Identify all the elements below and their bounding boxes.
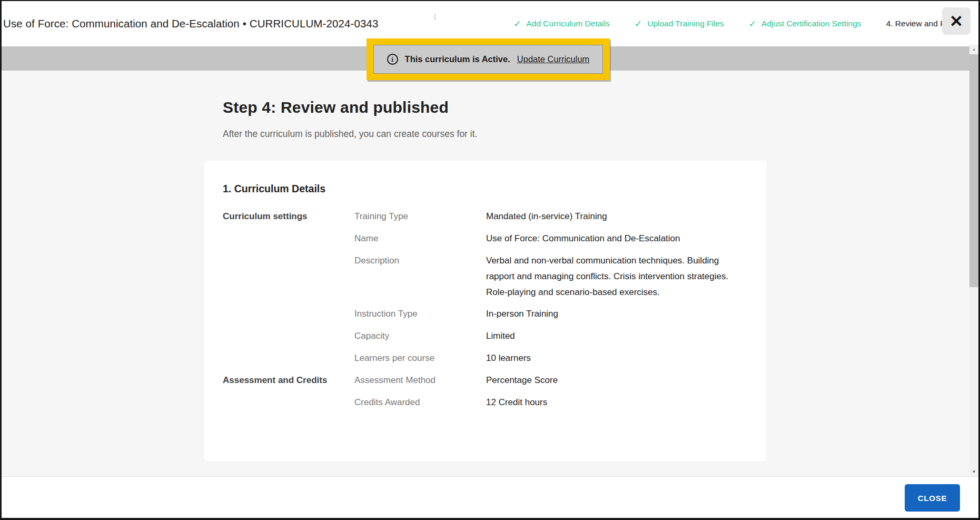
- row-value: 10 learners: [486, 353, 734, 363]
- check-icon: ✓: [635, 18, 642, 30]
- step-label: Add Curriculum Details: [526, 19, 610, 28]
- row-group-label: [223, 331, 354, 341]
- step-label: Upload Training Files: [647, 19, 724, 28]
- section-title: 1. Curriculum Details: [223, 183, 767, 195]
- stepper-nav: ✓ Add Curriculum Details ✓ Upload Traini…: [513, 18, 978, 30]
- row-group-label: [223, 256, 354, 300]
- scroll-down-icon[interactable]: ▼: [969, 467, 978, 476]
- curriculum-review-modal: Use of Force: Communication and De-Escal…: [0, 0, 980, 520]
- row-value: Percentage Score: [486, 375, 734, 385]
- row-label: Assessment Method: [354, 375, 486, 385]
- page-title: Step 4: Review and published: [223, 99, 449, 116]
- detail-row: Assessment and Credits Assessment Method…: [223, 375, 767, 385]
- row-label: Credits Awarded: [354, 397, 486, 407]
- row-label: Capacity: [354, 331, 486, 341]
- row-label: Description: [354, 256, 486, 300]
- highlight-annotation-box: i This curriculum is Active. Update Curr…: [367, 38, 610, 80]
- detail-row: Instruction Type In-person Training: [223, 309, 767, 319]
- scroll-up-icon[interactable]: ▲: [969, 45, 978, 54]
- check-icon: ✓: [749, 18, 756, 30]
- row-group-label: [223, 309, 354, 319]
- row-group-label: [223, 397, 354, 407]
- check-icon: ✓: [513, 18, 521, 30]
- step-upload-training-files[interactable]: ✓ Upload Training Files: [635, 18, 724, 30]
- info-icon: i: [387, 54, 398, 65]
- detail-row: Curriculum settings Training Type Mandat…: [223, 211, 767, 221]
- detail-row: Capacity Limited: [223, 331, 767, 341]
- step-adjust-certification-settings[interactable]: ✓ Adjust Certification Settings: [749, 18, 862, 30]
- row-group-label: [223, 233, 354, 243]
- row-group-label: [223, 353, 354, 363]
- row-value: In-person Training: [486, 309, 734, 319]
- modal-title: Use of Force: Communication and De-Escal…: [2, 17, 378, 30]
- row-label: Name: [354, 233, 486, 243]
- row-group-label: Assessment and Credits: [223, 375, 354, 385]
- row-value: Limited: [486, 331, 734, 341]
- row-label: Learners per course: [354, 353, 486, 363]
- step-label: Adjust Certification Settings: [761, 19, 862, 28]
- detail-row: Description Verbal and non-verbal commun…: [223, 256, 767, 300]
- detail-row: Name Use of Force: Communication and De-…: [223, 233, 767, 243]
- detail-row: Learners per course 10 learners: [223, 353, 767, 363]
- row-group-label: Curriculum settings: [223, 211, 354, 221]
- row-value: Use of Force: Communication and De-Escal…: [486, 233, 734, 243]
- curriculum-details-card: 1. Curriculum Details Curriculum setting…: [204, 161, 767, 462]
- page-subtitle: After the curriculum is published, you c…: [223, 129, 477, 140]
- scrollbar-thumb[interactable]: [969, 54, 978, 287]
- modal-footer: CLOSE: [2, 476, 978, 518]
- modal-body: Step 4: Review and published After the c…: [2, 71, 969, 476]
- row-value: 12 Credit hours: [486, 397, 734, 407]
- vertical-scrollbar[interactable]: ▲ ▼: [969, 45, 978, 476]
- step-add-curriculum-details[interactable]: ✓ Add Curriculum Details: [513, 18, 610, 30]
- update-curriculum-link[interactable]: Update Curriculum: [517, 54, 590, 64]
- row-label: Instruction Type: [354, 309, 486, 319]
- title-divider: [434, 14, 435, 21]
- status-text: This curriculum is Active.: [405, 54, 510, 64]
- row-label: Training Type: [354, 211, 486, 221]
- row-value: Verbal and non-verbal communication tech…: [486, 253, 734, 300]
- close-icon[interactable]: ✕: [942, 7, 971, 35]
- detail-row: Credits Awarded 12 Credit hours: [223, 397, 767, 407]
- close-button[interactable]: CLOSE: [905, 484, 960, 512]
- row-value: Mandated (in-service) Training: [486, 211, 734, 221]
- status-banner: i This curriculum is Active. Update Curr…: [373, 45, 603, 74]
